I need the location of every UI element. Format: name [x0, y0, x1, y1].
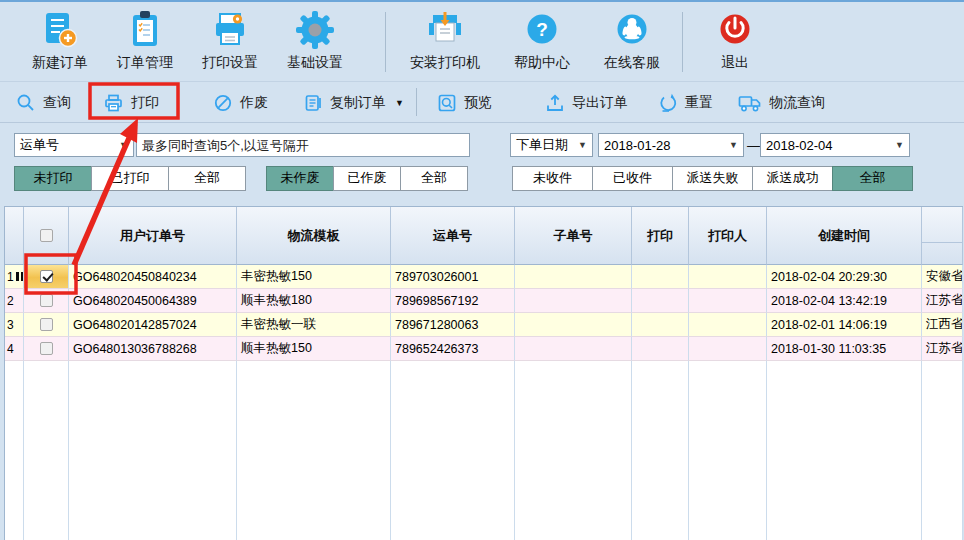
search-field-value: 运单号: [20, 136, 59, 154]
toolbar-new-order-button[interactable]: 新建订单: [15, 8, 105, 78]
void-button[interactable]: 作废: [213, 90, 268, 116]
row-4-checkbox[interactable]: [40, 342, 53, 355]
row-checkbox-cell[interactable]: [24, 337, 69, 361]
preview-button[interactable]: 预览: [437, 90, 492, 116]
search-icon: [16, 93, 36, 113]
cell-province[interactable]: 江苏省: [922, 289, 963, 313]
row-1-checkbox[interactable]: [40, 270, 53, 283]
toolbar-label: 基础设置: [287, 54, 343, 72]
row-checkbox-cell[interactable]: [24, 265, 69, 289]
cell-province[interactable]: 江西省: [922, 313, 963, 337]
cell-province[interactable]: 江苏省: [922, 337, 963, 361]
cell-order-no[interactable]: GO648020142857024: [69, 313, 237, 337]
toolbar-label: 安装打印机: [410, 54, 480, 72]
cell-template[interactable]: 丰密热敏一联: [237, 313, 391, 337]
filter-not-received-button[interactable]: 未收件: [512, 166, 593, 191]
col-header-sub-no[interactable]: 子单号: [515, 207, 632, 265]
search-input[interactable]: [136, 133, 470, 157]
cell-order-no[interactable]: GO648020450840234: [69, 265, 237, 289]
filter-delivery-failed-button[interactable]: 派送失败: [672, 166, 753, 191]
logistics-query-button[interactable]: 物流查询: [738, 90, 825, 116]
cell-printer[interactable]: [689, 265, 767, 289]
chevron-down-icon: ▼: [578, 140, 587, 150]
col-header-template[interactable]: 物流模板: [237, 207, 391, 265]
checkbox[interactable]: [40, 229, 53, 242]
toolbar-order-manage-button[interactable]: 订单管理: [100, 8, 190, 78]
date-to-picker[interactable]: 2018-02-04 ▼: [760, 133, 910, 157]
col-header-created[interactable]: 创建时间: [767, 207, 922, 265]
toolbar-exit-button[interactable]: 退出: [690, 8, 780, 78]
logistics-truck-icon: [738, 93, 762, 113]
new-order-icon: [38, 8, 82, 52]
date-field-select[interactable]: 下单日期 ▼: [510, 133, 593, 157]
copy-order-label: 复制订单: [330, 94, 386, 112]
export-order-button[interactable]: 导出订单: [545, 90, 628, 116]
cell-waybill[interactable]: 789698567192: [391, 289, 515, 313]
cell-province[interactable]: 安徽省: [922, 265, 963, 289]
filter-void-all-button[interactable]: 全部: [400, 166, 468, 191]
cell-template[interactable]: 顺丰热敏180: [237, 289, 391, 313]
filter-unprinted-button[interactable]: 未打印: [14, 166, 92, 191]
cell-print[interactable]: [632, 289, 689, 313]
cell-sub-no[interactable]: [515, 289, 632, 313]
cell-waybill[interactable]: 789652426373: [391, 337, 515, 361]
toolbar-base-settings-button[interactable]: 基础设置: [270, 8, 360, 78]
cell-print[interactable]: [632, 337, 689, 361]
cell-print[interactable]: [632, 265, 689, 289]
cell-printer[interactable]: [689, 313, 767, 337]
filter-printed-button[interactable]: 已打印: [91, 166, 169, 191]
cell-sub-no[interactable]: [515, 313, 632, 337]
filter-delivery-success-button[interactable]: 派送成功: [752, 166, 833, 191]
cell-template[interactable]: 顺丰热敏150: [237, 337, 391, 361]
col-header-waybill[interactable]: 运单号: [391, 207, 515, 265]
cell-order-no[interactable]: GO648020450064389: [69, 289, 237, 313]
toolbar-online-service-button[interactable]: 在线客服: [587, 8, 677, 78]
row-checkbox-cell[interactable]: [24, 313, 69, 337]
cell-sub-no[interactable]: [515, 265, 632, 289]
toolbar-separator: [416, 88, 417, 116]
chevron-down-icon: ▼: [895, 140, 904, 150]
cell-created[interactable]: 2018-02-04 13:42:19: [767, 289, 922, 313]
filter-print-all-button[interactable]: 全部: [168, 166, 246, 191]
cell-created[interactable]: 2018-02-04 20:29:30: [767, 265, 922, 289]
cell-created[interactable]: 2018-02-01 14:06:19: [767, 313, 922, 337]
print-label: 打印: [131, 94, 159, 112]
filter-not-void-button[interactable]: 未作废: [266, 166, 334, 191]
row-3-checkbox[interactable]: [40, 318, 53, 331]
reset-button[interactable]: 重置: [658, 90, 713, 116]
row-number: 4: [5, 337, 24, 361]
query-button[interactable]: 查询: [16, 90, 71, 116]
cell-printer[interactable]: [689, 337, 767, 361]
col-header-print[interactable]: 打印: [632, 207, 689, 265]
cell-printer[interactable]: [689, 289, 767, 313]
search-field-select[interactable]: 运单号 ▼: [14, 133, 134, 157]
cell-order-no[interactable]: GO648013036788268: [69, 337, 237, 361]
col-header-order-no[interactable]: 用户订单号: [69, 207, 237, 265]
cell-sub-no[interactable]: [515, 337, 632, 361]
cell-waybill[interactable]: 789671280063: [391, 313, 515, 337]
cell-waybill[interactable]: 789703026001: [391, 265, 515, 289]
select-all-checkbox[interactable]: [24, 207, 69, 265]
toolbar-print-settings-button[interactable]: 打印设置: [185, 8, 275, 78]
filter-delivery-all-button[interactable]: 全部: [832, 166, 913, 191]
toolbar-label: 打印设置: [202, 54, 258, 72]
preview-icon: [437, 93, 457, 113]
app-window: 新建订单 订单管理 打印设置 基础设置 安装打印机: [0, 0, 964, 540]
toolbar-install-printer-button[interactable]: 安装打印机: [393, 8, 497, 78]
toolbar-help-center-button[interactable]: ? 帮助中心: [497, 8, 587, 78]
chevron-down-icon[interactable]: ▼: [395, 98, 404, 108]
print-button[interactable]: 打印: [103, 90, 159, 116]
col-header-printer[interactable]: 打印人: [689, 207, 767, 265]
date-from-picker[interactable]: 2018-01-28 ▼: [598, 133, 744, 157]
row-2-checkbox[interactable]: [40, 294, 53, 307]
cell-print[interactable]: [632, 313, 689, 337]
toolbar-label: 新建订单: [32, 54, 88, 72]
current-row-indicator-icon: [16, 272, 24, 281]
copy-order-button[interactable]: 复制订单 ▼: [303, 90, 404, 116]
filter-received-button[interactable]: 已收件: [592, 166, 673, 191]
cell-created[interactable]: 2018-01-30 11:03:35: [767, 337, 922, 361]
row-checkbox-cell[interactable]: [24, 289, 69, 313]
filter-voided-button[interactable]: 已作废: [333, 166, 401, 191]
cell-template[interactable]: 丰密热敏150: [237, 265, 391, 289]
logistics-query-label: 物流查询: [769, 94, 825, 112]
